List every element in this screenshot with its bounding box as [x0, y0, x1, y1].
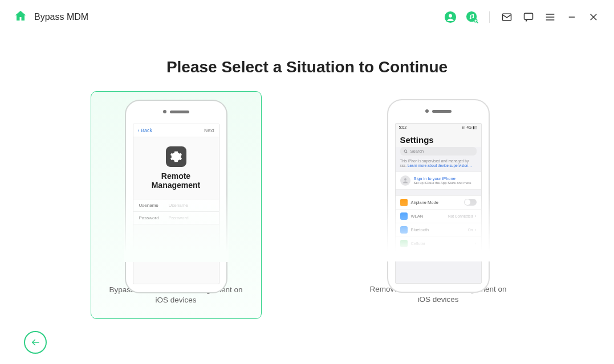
bluetooth-icon [400, 226, 408, 234]
option-remove-mdm[interactable]: 5:02 ııl 4G ▮▯ Settings Search This iPho… [353, 91, 524, 319]
back-label: ‹ Back [138, 128, 153, 133]
signin-row: Sign in to your iPhone Set up iCloud the… [396, 171, 481, 190]
settings-title: Settings [396, 132, 481, 147]
home-icon[interactable] [14, 9, 27, 25]
minimize-icon[interactable] [565, 10, 579, 24]
app-title: Bypass MDM [34, 12, 88, 22]
menu-icon[interactable] [543, 10, 557, 24]
supervision-note: This iPhon is supervised and managed by … [396, 159, 481, 171]
phone-illustration-bypass: ‹ Back Next Remote Management [125, 100, 227, 262]
wifi-icon [400, 212, 408, 220]
main-content: Please Select a Situation to Continue ‹ … [0, 58, 614, 319]
titlebar-left: Bypass MDM [14, 9, 88, 25]
phone-illustration-remove: 5:02 ııl 4G ▮▯ Settings Search This iPho… [387, 99, 490, 261]
svg-point-2 [466, 11, 477, 22]
svg-line-16 [406, 152, 408, 153]
status-bar: 5:02 ııl 4G ▮▯ [396, 124, 481, 132]
page-heading: Please Select a Situation to Continue [14, 58, 600, 76]
row-cellular: Cellular › [396, 236, 481, 251]
option-row: ‹ Back Next Remote Management [14, 91, 600, 319]
toggle-icon [464, 199, 477, 206]
row-wlan: WLAN Not Connected › [396, 209, 481, 223]
svg-line-6 [477, 22, 478, 23]
close-icon[interactable] [587, 10, 600, 24]
settings-search: Search [400, 147, 477, 156]
user-icon[interactable] [444, 10, 457, 24]
svg-point-1 [449, 14, 452, 18]
svg-point-17 [404, 178, 406, 181]
row-bluetooth: Bluetooth On › [396, 223, 481, 236]
mail-icon[interactable] [500, 10, 514, 24]
cellular-icon [400, 240, 408, 247]
row-airplane: Airplane Mode [396, 195, 481, 209]
option-bypass-mdm[interactable]: ‹ Back Next Remote Management [91, 91, 262, 319]
music-search-icon[interactable] [465, 10, 479, 24]
gear-icon [133, 146, 219, 167]
password-row: Password Password [133, 211, 219, 224]
back-button[interactable] [24, 331, 47, 354]
svg-point-3 [470, 18, 471, 19]
svg-rect-8 [524, 13, 533, 19]
avatar-icon [400, 175, 410, 186]
feedback-icon[interactable] [522, 10, 535, 24]
remote-management-title: Remote Management [133, 171, 219, 190]
next-label: Next [204, 128, 214, 133]
titlebar-separator [489, 11, 490, 23]
titlebar-right [444, 10, 600, 24]
svg-point-15 [404, 150, 407, 153]
airplane-icon [400, 199, 408, 206]
svg-point-4 [473, 17, 474, 18]
titlebar: Bypass MDM [0, 0, 614, 34]
username-row: Usename Usename [133, 199, 219, 211]
